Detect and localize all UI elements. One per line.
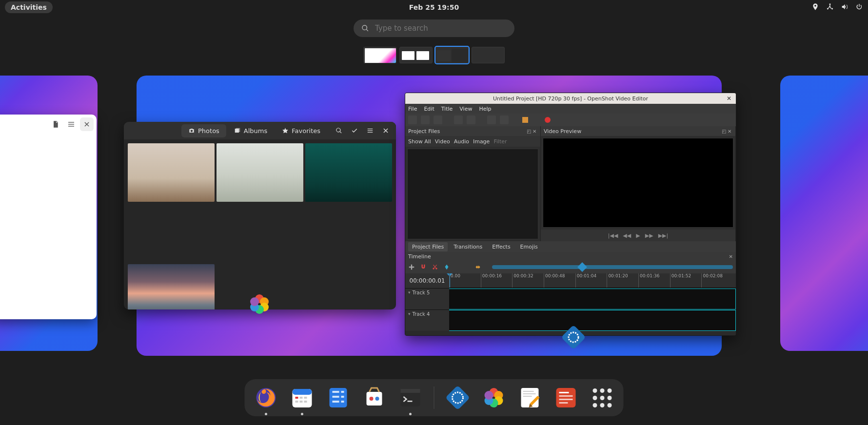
dock-calendar[interactable] [290, 385, 315, 410]
hamburger-menu-icon[interactable] [64, 117, 78, 131]
svg-point-2 [831, 8, 833, 9]
panel-close-icon[interactable]: ✕ [533, 129, 537, 134]
timeline-toolbar [405, 261, 736, 273]
window-title: Untitled Project [HD 720p 30 fps] - Open… [493, 96, 648, 102]
add-track-icon[interactable] [408, 264, 415, 270]
toolbar-button[interactable] [408, 116, 417, 124]
document-icon[interactable] [49, 117, 62, 131]
tab-photos[interactable]: Photos [181, 124, 226, 137]
close-button[interactable]: ✕ [725, 95, 733, 102]
menu-edit[interactable]: Edit [424, 106, 434, 112]
tab-albums[interactable]: Albums [227, 124, 274, 137]
filter-video[interactable]: Video [435, 138, 450, 145]
panel-close-icon[interactable]: ✕ [729, 254, 733, 259]
center-playhead-icon[interactable] [474, 264, 481, 270]
snap-icon[interactable] [420, 264, 427, 270]
play-icon[interactable]: ▶ [636, 232, 640, 239]
zoom-slider[interactable] [492, 265, 733, 269]
export-icon[interactable] [522, 117, 528, 123]
svg-rect-9 [368, 130, 373, 131]
window-titlebar[interactable]: Untitled Project [HD 720p 30 fps] - Open… [405, 93, 736, 104]
razor-icon[interactable] [432, 264, 438, 270]
dock-show-apps[interactable] [590, 385, 615, 410]
hamburger-button[interactable] [363, 123, 377, 138]
power-icon[interactable] [855, 3, 863, 12]
timecode[interactable]: 00:00:00.01 [405, 273, 449, 288]
dock-impress[interactable] [553, 385, 579, 410]
filter-input[interactable]: Filter [493, 138, 507, 145]
panel-undock-icon[interactable]: ◰ [722, 129, 727, 134]
photo-thumbnail[interactable] [128, 143, 215, 202]
jump-end-icon[interactable]: ▶▶| [658, 232, 669, 239]
tab-emojis[interactable]: Emojis [516, 242, 542, 251]
dock-openshot[interactable] [445, 385, 471, 410]
dock-firefox[interactable] [254, 385, 279, 410]
toolbar-button[interactable] [421, 116, 430, 124]
photo-thumbnail[interactable] [217, 143, 303, 202]
panel-undock-icon[interactable]: ◰ [527, 129, 532, 134]
menu-file[interactable]: File [408, 106, 417, 112]
openshot-window[interactable]: Untitled Project [HD 720p 30 fps] - Open… [405, 93, 736, 336]
filter-audio[interactable]: Audio [454, 138, 469, 145]
timeline-ruler[interactable]: 0.00 00:00:16 00:00:32 00:00:48 00:01:04… [449, 273, 736, 288]
menu-help[interactable]: Help [479, 106, 491, 112]
toolbar-button[interactable] [500, 116, 509, 124]
playback-controls: |◀◀ ◀◀ ▶ ▶▶ ▶▶| [541, 230, 735, 241]
toolbar-button[interactable] [434, 116, 442, 124]
workspace-thumb-4[interactable] [472, 47, 505, 63]
tab-favorites[interactable]: Favorites [275, 124, 327, 137]
workspace-thumb-3[interactable] [435, 47, 469, 63]
dock-terminal[interactable] [398, 385, 423, 410]
menu-title[interactable]: Title [441, 106, 453, 112]
network-icon[interactable] [826, 3, 834, 12]
close-button[interactable] [80, 117, 94, 131]
rewind-icon[interactable]: ◀◀ [623, 232, 631, 239]
workspace-thumb-1[interactable] [363, 47, 396, 63]
photo-thumbnail[interactable] [305, 143, 392, 202]
dock-text-editor[interactable] [517, 385, 543, 410]
track-body[interactable] [449, 310, 736, 331]
record-icon[interactable] [545, 117, 551, 123]
search-input[interactable] [374, 23, 507, 33]
filter-image[interactable]: Image [473, 138, 490, 145]
photo-thumbnail[interactable] [128, 264, 215, 309]
marker-icon[interactable] [443, 264, 450, 270]
search-button[interactable] [332, 123, 346, 138]
tab-transitions[interactable]: Transitions [450, 242, 486, 251]
menu-view[interactable]: View [459, 106, 472, 112]
ruler-mark: 00:01:04 [575, 273, 596, 288]
track-body[interactable] [449, 289, 736, 309]
close-button[interactable] [378, 123, 393, 138]
forward-icon[interactable]: ▶▶ [645, 232, 653, 239]
zoom-slider-handle[interactable] [577, 262, 587, 272]
album-icon [234, 127, 241, 134]
project-files-area[interactable] [407, 149, 538, 239]
bottom-tabs: Project Files Transitions Effects Emojis [405, 241, 736, 252]
toolbar-button[interactable] [454, 116, 463, 124]
panel-close-icon[interactable]: ✕ [728, 129, 732, 134]
text-editor-window[interactable] [0, 115, 97, 319]
toolbar-button[interactable] [487, 116, 496, 124]
jump-start-icon[interactable]: |◀◀ [608, 232, 618, 239]
clock[interactable]: Feb 25 19:50 [409, 3, 459, 11]
filter-show-all[interactable]: Show All [408, 138, 431, 145]
dock-photos[interactable] [481, 385, 507, 410]
svg-point-0 [829, 3, 831, 5]
workspace-thumb-2[interactable] [399, 47, 433, 63]
dock-files[interactable] [326, 385, 351, 410]
preview-viewport[interactable] [543, 138, 733, 228]
toolbar-button[interactable] [467, 116, 475, 124]
photos-window[interactable]: Photos Albums Favorites [124, 122, 396, 309]
location-icon[interactable] [811, 3, 819, 12]
tab-project-files[interactable]: Project Files [408, 242, 448, 251]
volume-icon[interactable] [841, 3, 848, 12]
tab-effects[interactable]: Effects [488, 242, 514, 251]
dock-software[interactable] [362, 385, 387, 410]
overview-search[interactable] [354, 19, 514, 37]
select-button[interactable] [347, 123, 362, 138]
track-5[interactable]: Track 5 [405, 288, 736, 309]
system-tray[interactable] [811, 3, 863, 12]
activities-button[interactable]: Activities [5, 1, 53, 13]
svg-rect-33 [333, 391, 339, 393]
workspace-bg-next[interactable] [780, 76, 868, 351]
